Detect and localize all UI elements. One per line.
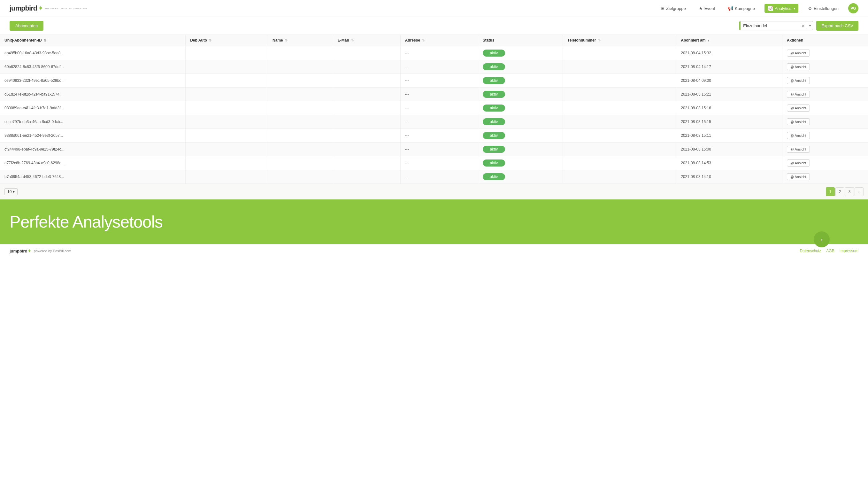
col-abonniert: Abonniert am ▾ xyxy=(676,35,782,46)
footer-agb[interactable]: AGB xyxy=(826,249,834,253)
pagination: 1 2 3 › xyxy=(826,187,864,196)
nav-label-einstellungen: Einstellungen xyxy=(814,6,839,11)
status-badge: aktiv xyxy=(483,118,505,125)
filter-box: ✕ ▾ xyxy=(739,21,813,30)
gear-icon: ⚙ xyxy=(808,6,812,11)
filter-clear-button[interactable]: ✕ xyxy=(799,22,807,30)
page-3-button[interactable]: 3 xyxy=(845,187,854,196)
logo-text: jumpbird xyxy=(9,4,37,12)
per-page-select[interactable]: 10 ▾ xyxy=(4,188,18,195)
cell-adresse: --- xyxy=(400,129,478,143)
cell-status: aktiv xyxy=(478,115,563,129)
cell-telefon xyxy=(563,60,676,74)
ansicht-button[interactable]: @ Ansicht xyxy=(787,63,810,70)
nav-item-event[interactable]: ★ Event xyxy=(695,4,718,13)
col-email: E-Mail ⇅ xyxy=(333,35,400,46)
cell-aktionen: @ Ansicht xyxy=(782,101,868,115)
cell-telefon xyxy=(563,74,676,88)
cell-deb-auto xyxy=(186,60,268,74)
sort-adresse-icon[interactable]: ⇅ xyxy=(422,39,425,42)
abonnenten-button[interactable]: Abonnenten xyxy=(9,21,43,31)
cell-status: aktiv xyxy=(478,129,563,143)
cell-name xyxy=(268,88,333,101)
banner-arrow-icon: › xyxy=(814,232,830,247)
table-row: a77f2c6b-2769-43b4-a9c0-6298e... --- akt… xyxy=(0,156,868,170)
ansicht-button[interactable]: @ Ansicht xyxy=(787,132,810,139)
ansicht-button[interactable]: @ Ansicht xyxy=(787,91,810,98)
ansicht-button[interactable]: @ Ansicht xyxy=(787,159,810,166)
sort-email-icon[interactable]: ⇅ xyxy=(351,39,354,42)
nav-item-einstellungen[interactable]: ⚙ Einstellungen xyxy=(805,4,842,13)
col-id: Uniq-Abonnenten-ID ⇅ xyxy=(0,35,186,46)
ansicht-button[interactable]: @ Ansicht xyxy=(787,77,810,84)
cell-abonniert: 2021-08-03 15:00 xyxy=(676,143,782,156)
cell-abonniert: 2021-08-03 14:10 xyxy=(676,170,782,184)
cell-email xyxy=(333,156,400,170)
cell-deb-auto xyxy=(186,88,268,101)
filter-input[interactable] xyxy=(741,22,799,30)
cell-aktionen: @ Ansicht xyxy=(782,60,868,74)
footer-left: jumpbird✦ powered by PosBill.com xyxy=(9,248,71,253)
nav-item-analytics[interactable]: 📈 Analytics ▾ xyxy=(765,4,798,13)
nav-label-zielgruppe: Zielgruppe xyxy=(666,6,686,11)
table-footer: 10 ▾ 1 2 3 › xyxy=(0,184,868,200)
page-next-button[interactable]: › xyxy=(855,187,864,196)
cell-id: 080089aa-c4f1-4fe3-b7d1-9afd3f... xyxy=(0,101,186,115)
ansicht-button[interactable]: @ Ansicht xyxy=(787,118,810,125)
cell-deb-auto xyxy=(186,115,268,129)
cell-telefon xyxy=(563,129,676,143)
cell-status: aktiv xyxy=(478,101,563,115)
cell-name xyxy=(268,129,333,143)
page-2-button[interactable]: 2 xyxy=(835,187,844,196)
ansicht-button[interactable]: @ Ansicht xyxy=(787,173,810,180)
footer-datenschutz[interactable]: Datenschutz xyxy=(800,249,822,253)
toolbar-right: ✕ ▾ Export nach CSV xyxy=(739,21,859,31)
cell-aktionen: @ Ansicht xyxy=(782,156,868,170)
export-csv-button[interactable]: Export nach CSV xyxy=(816,21,859,31)
nav-label-kampagne: Kampagne xyxy=(735,6,755,11)
cell-abonniert: 2021-08-03 15:21 xyxy=(676,88,782,101)
ansicht-button[interactable]: @ Ansicht xyxy=(787,146,810,153)
green-banner: Perfekte Analysetools › xyxy=(0,200,868,244)
nav-item-zielgruppe[interactable]: ⊞ Zielgruppe xyxy=(657,4,689,13)
table-row: b7a0954a-d453-4672-bde3-7648... --- akti… xyxy=(0,170,868,184)
status-badge: aktiv xyxy=(483,63,505,70)
cell-telefon xyxy=(563,156,676,170)
cell-email xyxy=(333,170,400,184)
cell-id: ce940933-232f-49ec-8a05-529bd... xyxy=(0,74,186,88)
status-badge: aktiv xyxy=(483,159,505,166)
sort-name-icon[interactable]: ⇅ xyxy=(285,39,287,42)
status-badge: aktiv xyxy=(483,104,505,112)
ansicht-button[interactable]: @ Ansicht xyxy=(787,104,810,112)
cell-status: aktiv xyxy=(478,170,563,184)
sort-abonniert-icon[interactable]: ▾ xyxy=(708,39,709,42)
user-avatar[interactable]: PG xyxy=(848,3,859,13)
page-1-button[interactable]: 1 xyxy=(826,187,835,196)
cell-abonniert: 2021-08-04 15:32 xyxy=(676,46,782,60)
toolbar: Abonnenten ✕ ▾ Export nach CSV xyxy=(0,17,868,35)
cell-id: cf244498-ebaf-4c9a-9e25-79f24c... xyxy=(0,143,186,156)
cell-aktionen: @ Ansicht xyxy=(782,129,868,143)
col-aktionen: Aktionen xyxy=(782,35,868,46)
analytics-dropdown-arrow: ▾ xyxy=(794,7,795,10)
cell-abonniert: 2021-08-04 09:00 xyxy=(676,74,782,88)
cell-status: aktiv xyxy=(478,88,563,101)
table-row: 9388d061-ee21-4524-9e3f-2057... --- akti… xyxy=(0,129,868,143)
cell-id: cdce797b-db3a-46aa-9cd3-0dcb... xyxy=(0,115,186,129)
cell-status: aktiv xyxy=(478,60,563,74)
sort-deb-icon[interactable]: ⇅ xyxy=(209,39,212,42)
col-deb-auto: Deb Auto ⇅ xyxy=(186,35,268,46)
cell-abonniert: 2021-08-04 14:17 xyxy=(676,60,782,74)
cell-status: aktiv xyxy=(478,74,563,88)
cell-email xyxy=(333,46,400,60)
ansicht-button[interactable]: @ Ansicht xyxy=(787,50,810,57)
cell-name xyxy=(268,156,333,170)
cell-adresse: --- xyxy=(400,143,478,156)
sort-id-icon[interactable]: ⇅ xyxy=(44,39,46,42)
nav-item-kampagne[interactable]: 📢 Kampagne xyxy=(724,4,758,13)
sort-telefon-icon[interactable]: ⇅ xyxy=(598,39,600,42)
subscribers-table: Uniq-Abonnenten-ID ⇅ Deb Auto ⇅ Name ⇅ E… xyxy=(0,35,868,184)
filter-dropdown-button[interactable]: ▾ xyxy=(807,23,813,29)
cell-telefon xyxy=(563,46,676,60)
footer-impressum[interactable]: Impressum xyxy=(840,249,859,253)
